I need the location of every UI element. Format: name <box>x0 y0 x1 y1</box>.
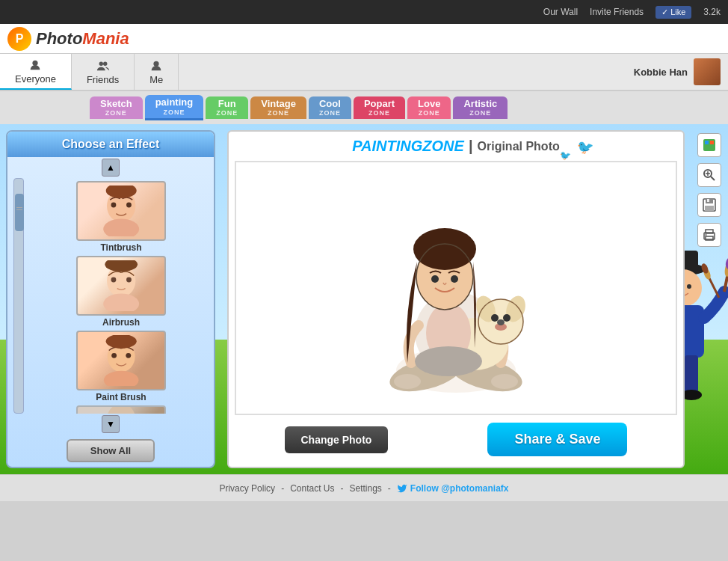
svg-point-28 <box>491 374 518 389</box>
center-panel: PAINTINGZONE | Original Photo <box>221 124 691 474</box>
svg-rect-56 <box>705 206 714 211</box>
photo-display-area <box>235 161 677 415</box>
zone-tab-cool[interactable]: Cool ZONE <box>309 96 351 119</box>
like-count: 3.2k <box>703 7 721 17</box>
svg-point-35 <box>503 314 510 322</box>
effect-label-paintbrush: Paint Brush <box>96 392 146 402</box>
zone-name-text: PAINTINGZONE <box>352 138 464 155</box>
choose-effect-title: Choose an Effect <box>7 132 214 157</box>
svg-point-37 <box>497 319 505 325</box>
zone-tab-painting[interactable]: painting ZONE <box>145 95 204 120</box>
save-button[interactable] <box>697 193 721 217</box>
svg-rect-48 <box>710 141 714 144</box>
nav-row: Everyone Friends Me Kobbie Han <box>0 54 728 91</box>
top-bar: Our Wall Invite Friends ✓ Like 3.2k <box>0 0 728 24</box>
effect-thumb-paintbrush <box>76 331 166 390</box>
change-photo-button[interactable]: Change Photo <box>285 426 389 453</box>
zone-tab-sketch[interactable]: Sketch ZONE <box>90 96 143 119</box>
original-photo-label: Original Photo <box>478 140 560 153</box>
effect-thumb-tintbrush <box>76 181 166 241</box>
svg-point-40 <box>413 228 476 270</box>
button-row: Change Photo Share & Save <box>235 415 677 459</box>
effect-tintbrush[interactable]: Tintbrush <box>73 181 170 254</box>
invite-friends-link[interactable]: Invite Friends <box>590 7 644 17</box>
effect-label-tintbrush: Tintbrush <box>100 242 141 253</box>
svg-point-60 <box>706 234 707 236</box>
tab-everyone[interactable]: Everyone <box>0 54 72 90</box>
bird2-icon: 🐦 <box>560 150 571 161</box>
svg-point-0 <box>33 60 38 65</box>
footer-sep1: - <box>281 483 284 494</box>
effect-wallpainting[interactable]: Wall Painting <box>73 405 170 414</box>
svg-point-43 <box>415 346 482 376</box>
footer-sep3: - <box>388 483 391 494</box>
svg-point-13 <box>105 260 138 272</box>
svg-rect-55 <box>707 199 709 202</box>
tab-me[interactable]: Me <box>135 54 179 90</box>
svg-point-1 <box>99 61 102 65</box>
svg-point-7 <box>126 202 132 207</box>
svg-point-11 <box>111 277 116 282</box>
svg-line-50 <box>711 177 715 180</box>
svg-point-6 <box>111 202 116 207</box>
scrollbar-grip <box>16 207 22 210</box>
contact-us-link[interactable]: Contact Us <box>290 483 334 494</box>
like-label: Like <box>670 7 685 16</box>
effect-thumb-airbrush <box>76 256 166 316</box>
zone-tab-vintage[interactable]: Vintage ZONE <box>250 96 306 119</box>
user-name: Kobbie Han <box>634 67 688 78</box>
zone-tab-fun[interactable]: Fun ZONE <box>206 96 248 119</box>
svg-point-3 <box>154 61 159 66</box>
svg-point-15 <box>104 371 139 387</box>
print-button[interactable] <box>697 223 721 247</box>
color-swatch-button[interactable] <box>697 133 721 157</box>
checkmark-icon: ✓ <box>661 7 668 17</box>
svg-point-19 <box>107 405 136 414</box>
tab-friends[interactable]: Friends <box>72 54 135 90</box>
like-button[interactable]: ✓ Like <box>655 6 691 19</box>
share-save-button[interactable]: Share & Save <box>487 423 627 456</box>
scroll-down-button[interactable]: ▼ <box>102 415 120 433</box>
svg-point-27 <box>394 374 421 389</box>
svg-point-42 <box>451 275 458 283</box>
svg-point-34 <box>491 314 499 322</box>
footer-sep2: - <box>340 483 343 494</box>
svg-point-17 <box>126 353 131 358</box>
svg-rect-47 <box>705 141 709 144</box>
footer: Privacy Policy - Contact Us - Settings -… <box>0 474 728 501</box>
svg-rect-58 <box>706 230 713 233</box>
zone-tabs: Sketch ZONE painting ZONE Fun ZONE Vinta… <box>0 91 728 124</box>
effect-paintbrush[interactable]: Paint Brush <box>73 331 170 404</box>
twitter-follow[interactable]: Follow @photomaniafx <box>397 483 509 494</box>
scrollbar-thumb[interactable] <box>15 194 24 231</box>
app-logo-text: PhotoMania <box>36 29 129 49</box>
effect-label-airbrush: Airbrush <box>102 317 140 328</box>
header-divider: | <box>469 138 473 155</box>
privacy-policy-link[interactable]: Privacy Policy <box>219 483 275 494</box>
settings-link[interactable]: Settings <box>349 483 381 494</box>
svg-point-18 <box>105 335 136 349</box>
content-area: Choose an Effect ▲ <box>0 124 728 474</box>
svg-point-12 <box>126 277 132 282</box>
zone-tab-popart[interactable]: Popart ZONE <box>354 96 405 119</box>
photo-svg <box>336 161 576 415</box>
zoom-button[interactable] <box>697 163 721 187</box>
bird-icon: 🐦 <box>577 139 593 156</box>
right-icons-panel <box>691 124 728 474</box>
svg-rect-59 <box>706 236 713 240</box>
main-wrapper: 🐦 🐦 Choose an Effect ▲ <box>0 124 728 474</box>
svg-point-5 <box>103 218 139 236</box>
zone-tab-artistic[interactable]: Artistic ZONE <box>453 96 508 119</box>
svg-point-41 <box>431 275 439 283</box>
scrollbar-track <box>13 178 24 414</box>
scroll-up-button[interactable]: ▲ <box>102 159 120 177</box>
show-all-button[interactable]: Show All <box>67 439 155 462</box>
svg-point-10 <box>103 293 139 311</box>
follow-label: Follow @photomaniafx <box>410 483 509 494</box>
effect-airbrush[interactable]: Airbrush <box>73 256 170 329</box>
svg-point-16 <box>111 353 117 358</box>
our-wall-link[interactable]: Our Wall <box>543 7 578 17</box>
zone-tab-love[interactable]: Love ZONE <box>407 96 451 119</box>
zone-header: PAINTINGZONE | Original Photo <box>235 138 677 155</box>
svg-point-2 <box>103 61 107 65</box>
